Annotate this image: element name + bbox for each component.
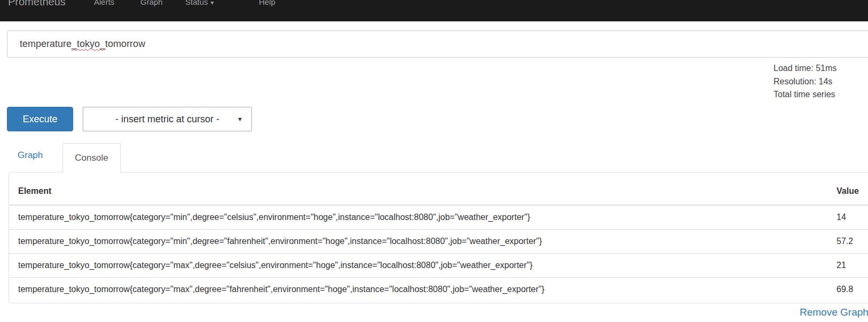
column-header-value: Value bbox=[832, 172, 868, 205]
caret-down-icon: ▾ bbox=[211, 0, 214, 6]
tab-graph[interactable]: Graph bbox=[18, 150, 43, 161]
resolution-stat: Resolution: 14s bbox=[774, 75, 868, 89]
prometheus-expression-browser: Prometheus Alerts Graph Status▾ Help tem… bbox=[0, 0, 868, 322]
insert-metric-dropdown-value: - insert metric at cursor - bbox=[115, 114, 219, 125]
load-time-stat: Load time: 51ms bbox=[774, 62, 868, 75]
series-element: temperature_tokyo_tomorrow{category="min… bbox=[9, 230, 832, 254]
series-element: temperature_tokyo_tomorrow{category="max… bbox=[9, 254, 832, 278]
column-header-element: Element bbox=[9, 172, 832, 205]
query-text-misspelled: _tokyo_ bbox=[72, 38, 105, 50]
nav-item-graph[interactable]: Graph bbox=[140, 0, 163, 6]
top-navbar: Prometheus Alerts Graph Status▾ Help bbox=[0, 0, 868, 21]
table-header-row: Element Value bbox=[9, 172, 868, 205]
series-element: temperature_tokyo_tomorrow{category="max… bbox=[9, 278, 832, 302]
series-value: 14 bbox=[832, 205, 868, 230]
nav-item-help[interactable]: Help bbox=[259, 0, 275, 6]
dropdown-caret-icon: ▼ bbox=[237, 116, 243, 122]
table-row: temperature_tokyo_tomorrow{category="max… bbox=[9, 254, 868, 278]
series-value: 57.2 bbox=[832, 230, 868, 254]
total-time-series-stat: Total time series bbox=[774, 88, 868, 101]
nav-item-alerts[interactable]: Alerts bbox=[94, 0, 114, 6]
tab-console[interactable]: Console bbox=[62, 143, 121, 172]
series-value: 21 bbox=[832, 254, 868, 278]
insert-metric-dropdown[interactable]: - insert metric at cursor - ▼ bbox=[83, 107, 252, 131]
remove-graph-link[interactable]: Remove Graph bbox=[800, 307, 868, 318]
execute-button[interactable]: Execute bbox=[7, 107, 73, 131]
series-element: temperature_tokyo_tomorrow{category="min… bbox=[9, 205, 832, 230]
console-panel: Element Value temperature_tokyo_tomorrow… bbox=[9, 172, 868, 303]
eval-stats: Load time: 51ms Resolution: 14s Total ti… bbox=[774, 62, 868, 101]
brand-link[interactable]: Prometheus bbox=[8, 0, 66, 7]
query-text-prefix: temperature bbox=[20, 38, 72, 50]
series-value: 69.8 bbox=[832, 278, 868, 302]
query-text-suffix: tomorrow bbox=[105, 38, 145, 50]
table-row: temperature_tokyo_tomorrow{category="min… bbox=[9, 205, 868, 230]
console-results-table: Element Value temperature_tokyo_tomorrow… bbox=[9, 172, 868, 301]
query-expression-input[interactable]: temperature_tokyo_tomorrow bbox=[7, 30, 868, 58]
table-row: temperature_tokyo_tomorrow{category="max… bbox=[9, 278, 868, 302]
table-row: temperature_tokyo_tomorrow{category="min… bbox=[9, 230, 868, 254]
nav-item-status[interactable]: Status▾ bbox=[185, 0, 214, 7]
